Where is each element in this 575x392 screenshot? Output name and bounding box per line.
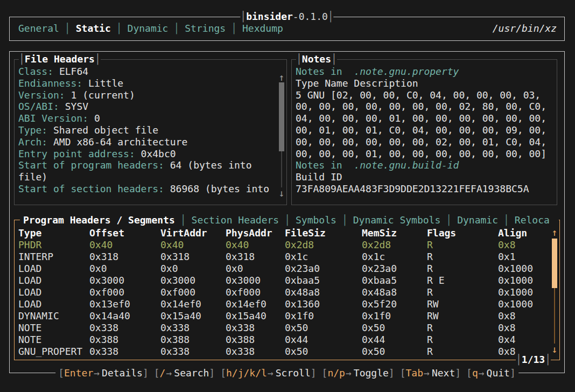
arrow-icon [267, 367, 276, 379]
segments-table: TypeOffsetVirtAddrPhysAddrFileSizMemSizF… [15, 220, 559, 358]
cell: 0x4 [498, 334, 559, 346]
section-name: .note.gnu.build-id [354, 159, 459, 171]
cell: 0x1f0 [285, 310, 362, 322]
keybinding-next[interactable]: TabNext [400, 367, 461, 379]
field-value: 86968 (bytes into [170, 183, 269, 194]
tab-separator [440, 214, 457, 226]
tab-separator [498, 214, 515, 226]
scroll-up-icon[interactable] [551, 227, 558, 239]
app-version: -0.1.0 [293, 11, 328, 22]
field-value: 1 (current) [71, 89, 135, 101]
cell: 0x388 [89, 334, 160, 346]
file-header-line: Type:Shared object file [18, 124, 286, 136]
file-header-line: Version:1 (current) [18, 89, 286, 101]
cell: R [427, 346, 498, 358]
cell: LOAD [18, 286, 89, 298]
keybindings-bar: EnterDetails/Searchh/j/k/lScrolln/pToggl… [55, 367, 518, 379]
cell: 0x15a40 [160, 310, 226, 322]
table-row[interactable]: LOAD0x30000x30000x30000xbaa50xbaa5R E0x1… [18, 275, 559, 286]
field-label: Type: [18, 124, 53, 136]
cell: 0x15a40 [226, 310, 285, 322]
file-header-line: Arch:AMD x86-64 architecture [18, 136, 286, 148]
field-label: ABI Version: [18, 113, 94, 124]
file-header-line: Class:ELF64 [18, 66, 286, 78]
notes-line: 00, 00, 00, 01, 00, 00, 00, 00, 00, 00, … [296, 148, 557, 160]
action-label: Toggle [354, 367, 389, 379]
column-header-type: Type [18, 227, 89, 239]
keybinding-scroll[interactable]: h/j/k/lScroll [220, 367, 316, 379]
table-row[interactable]: LOAD0xf0000xf0000xf0000x48a80x48a8R0x100… [18, 286, 559, 298]
segments-tabs: Program Headers / SegmentsSection Header… [20, 214, 559, 226]
cell: 0x318 [226, 251, 285, 263]
action-label: Quit [487, 367, 510, 379]
tab-dynamic[interactable]: Dynamic [128, 23, 169, 34]
cell: INTERP [18, 251, 89, 263]
notes-line: Type Name Description [296, 78, 557, 89]
tab-hexdump[interactable]: Hexdump [242, 23, 283, 34]
cell: 0xf000 [160, 286, 226, 298]
column-header-filesiz: FileSiz [285, 227, 362, 239]
cell: 0x338 [89, 322, 160, 334]
tab-general[interactable]: General [18, 23, 59, 34]
table-row[interactable]: INTERP0x3180x3180x3180x1c0x1cR0x1 [18, 251, 559, 263]
table-row[interactable]: NOTE0x3380x3380x3380x500x50R0x8 [18, 322, 559, 334]
tab-dynamic-symbols[interactable]: Dynamic Symbols [353, 214, 441, 226]
scroll-down-icon[interactable] [551, 344, 558, 355]
key-label: h/j/k/l [226, 367, 267, 379]
tab-separator [175, 214, 192, 226]
keybinding-quit[interactable]: qQuit [466, 367, 516, 379]
tab-section-headers[interactable]: Section Headers [192, 214, 279, 226]
main-panel: File Headers Class:ELF64Endianness:Littl… [9, 51, 565, 373]
tab-dynamic[interactable]: Dynamic [457, 214, 498, 226]
file-headers-panel: File Headers Class:ELF64Endianness:Littl… [14, 59, 287, 205]
cell: 0x0 [89, 263, 160, 275]
file-headers-content: Class:ELF64Endianness:LittleVersion:1 (c… [15, 60, 286, 195]
cell: 0x40 [89, 239, 160, 251]
notes-text: 04, 00, 00, 00, 01, 00, 00, 00, 00, 00, … [296, 113, 546, 124]
table-row[interactable]: NOTE0x3880x3880x3880x440x44R0x4 [18, 334, 559, 346]
file-header-line: Endianness:Little [18, 78, 286, 89]
scrollbar-thumb[interactable] [552, 239, 557, 288]
action-label: Scroll [276, 367, 311, 379]
tab-separator [168, 23, 185, 34]
cell: 0x2d8 [285, 239, 362, 251]
cell: 0x1 [498, 251, 559, 263]
tab-symbols[interactable]: Symbols [296, 214, 336, 226]
cell: 0x0 [160, 263, 226, 275]
cell: 0x14ef0 [226, 298, 285, 310]
cell: R [427, 239, 498, 251]
cell: GNU_PROPERT [18, 346, 89, 358]
table-row[interactable]: GNU_PROPERT0x3380x3380x3380x500x50R0x8 [18, 346, 559, 358]
cell: 0x318 [89, 251, 160, 263]
key-label: / [160, 367, 166, 379]
table-row[interactable]: LOAD0x13ef00x14ef00x14ef00x13600x5f20RW0… [18, 298, 559, 310]
action-label: Details [102, 367, 143, 379]
table-row[interactable]: DYNAMIC0x14a400x15a400x15a400x1f00x1f0RW… [18, 310, 559, 322]
column-header-flags: Flags [427, 227, 498, 239]
scroll-down-icon[interactable] [278, 187, 285, 199]
table-row[interactable]: PHDR0x400x400x400x2d80x2d8R0x8 [18, 239, 559, 251]
tab-reloca[interactable]: Reloca [515, 214, 550, 226]
cell: DYNAMIC [18, 310, 89, 322]
notes-text: 5 GNU [02, 00, 00, C0, 04, 00, 00, 00, 0… [296, 89, 541, 101]
tab-program-headers-segments[interactable]: Program Headers / Segments [23, 214, 175, 226]
cell: R [427, 263, 498, 275]
file-headers-scrollbar[interactable] [278, 72, 285, 199]
notes-line: 73FA809AEAA483F3D9DDE2D13221FEFA1938BC5A [296, 183, 557, 195]
keybinding-search[interactable]: /Search [154, 367, 215, 379]
segments-scrollbar[interactable] [551, 227, 558, 355]
cell: 0x388 [226, 334, 285, 346]
scrollbar-thumb[interactable] [279, 82, 284, 151]
notes-text: 00, 00, 00, 00, 00, 00, 00, 02, 80, 00, … [296, 101, 546, 112]
tab-static[interactable]: Static [76, 23, 111, 34]
field-label: Arch: [18, 136, 53, 148]
notes-content: Notes in .note.gnu.propertyType Name Des… [292, 60, 557, 195]
tab-strings[interactable]: Strings [185, 23, 226, 34]
keybinding-toggle[interactable]: n/pToggle [322, 367, 395, 379]
table-row[interactable]: LOAD0x00x00x00x23a00x23a0R0x1000 [18, 263, 559, 275]
segments-panel: Program Headers / SegmentsSection Header… [14, 220, 560, 360]
keybinding-details[interactable]: EnterDetails [58, 367, 149, 379]
scroll-up-icon[interactable] [278, 72, 285, 83]
cell: 0x23a0 [362, 263, 427, 275]
cell: 0x40 [226, 239, 285, 251]
